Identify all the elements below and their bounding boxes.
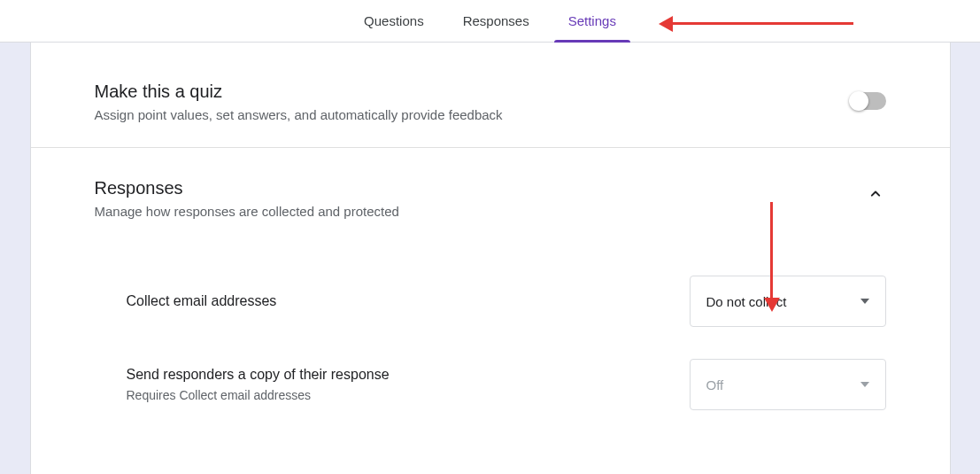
send-copy-row: Send responders a copy of their response… xyxy=(95,343,886,426)
caret-down-icon xyxy=(860,299,869,304)
responses-desc: Manage how responses are collected and p… xyxy=(95,204,399,219)
quiz-title: Make this a quiz xyxy=(95,82,503,102)
collect-emails-value: Do not collect xyxy=(706,294,787,309)
responses-collapse-toggle[interactable] xyxy=(865,183,886,205)
tab-questions[interactable]: Questions xyxy=(344,0,444,43)
tab-settings-label: Settings xyxy=(568,13,616,28)
responses-title: Responses xyxy=(95,178,399,198)
tab-responses-label: Responses xyxy=(463,13,529,28)
quiz-desc: Assign point values, set answers, and au… xyxy=(95,107,503,122)
quiz-toggle[interactable] xyxy=(851,92,886,110)
settings-panel: Make this a quiz Assign point values, se… xyxy=(30,43,951,474)
collect-emails-label: Collect email addresses xyxy=(127,293,277,309)
caret-down-icon xyxy=(860,382,869,387)
toggle-knob-icon xyxy=(849,91,868,111)
send-copy-requires-bold: Collect email addresses xyxy=(179,388,311,402)
send-copy-label: Send responders a copy of their response xyxy=(127,367,390,383)
collect-emails-select[interactable]: Do not collect xyxy=(690,276,886,327)
tab-settings[interactable]: Settings xyxy=(549,0,636,43)
send-copy-requires: Requires Collect email addresses xyxy=(127,388,390,402)
tab-questions-label: Questions xyxy=(364,13,424,28)
chevron-up-icon xyxy=(867,185,884,203)
collect-emails-row: Collect email addresses Do not collect xyxy=(95,260,886,343)
send-copy-requires-prefix: Requires xyxy=(127,388,180,402)
tab-responses[interactable]: Responses xyxy=(444,0,549,43)
send-copy-value: Off xyxy=(706,377,724,392)
tabs-bar: Questions Responses Settings xyxy=(0,0,980,43)
send-copy-select[interactable]: Off xyxy=(690,359,886,410)
quiz-section: Make this a quiz Assign point values, se… xyxy=(31,43,950,147)
responses-section: Responses Manage how responses are colle… xyxy=(31,147,950,451)
